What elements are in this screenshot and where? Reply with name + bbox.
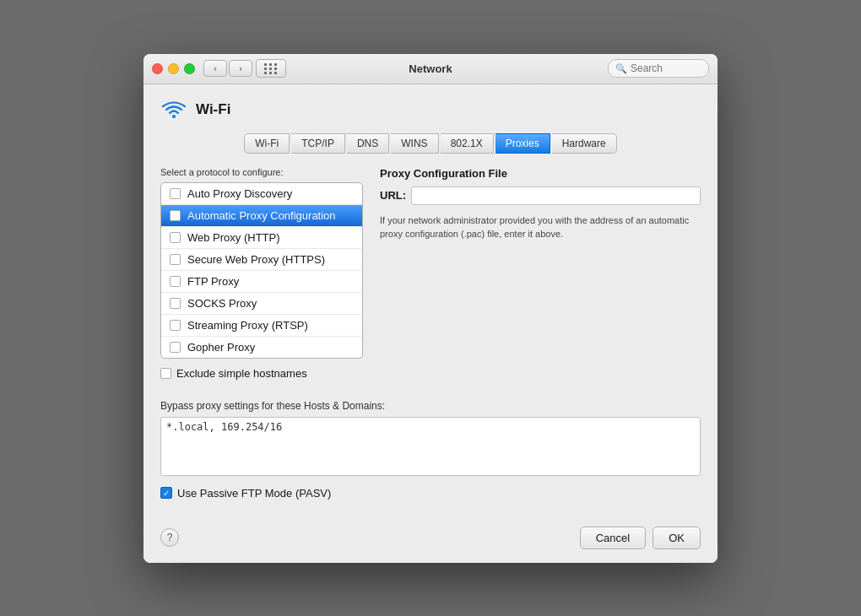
nav-buttons: ‹ › [203,60,252,77]
protocol-label: Select a protocol to configure: [160,167,363,177]
window-title: Network [409,62,452,75]
close-button[interactable] [152,63,163,74]
protocol-item-label: SOCKS Proxy [187,297,257,310]
wifi-icon [160,98,187,122]
checkbox-auto-proxy-config[interactable] [170,210,181,221]
checkbox-exclude-hostnames[interactable] [160,368,171,379]
main-panel: Select a protocol to configure: Auto Pro… [160,167,701,388]
protocol-item-label: Secure Web Proxy (HTTPS) [187,253,325,266]
tab-wifi[interactable]: Wi-Fi [244,133,290,154]
list-item[interactable]: Web Proxy (HTTP) [161,227,362,249]
network-window: ‹ › Network 🔍 [144,54,718,563]
passive-label: Use Passive FTP Mode (PASV) [177,487,331,500]
search-icon: 🔍 [615,63,627,74]
help-button[interactable]: ? [160,528,179,547]
bypass-label: Bypass proxy settings for these Hosts & … [160,400,701,412]
list-item[interactable]: Secure Web Proxy (HTTPS) [161,249,362,271]
checkbox-passive-ftp[interactable] [160,487,172,499]
zoom-button[interactable] [184,63,195,74]
search-input[interactable] [631,62,698,74]
list-item[interactable]: Automatic Proxy Configuration [161,205,362,227]
list-item[interactable]: Gopher Proxy [161,337,362,358]
url-input[interactable] [411,186,701,205]
exclude-row: Exclude simple hostnames [160,367,363,380]
bottom-section: Bypass proxy settings for these Hosts & … [160,400,701,500]
content-area: Wi-Fi Wi-Fi TCP/IP DNS WINS 802.1X Proxi… [144,84,718,516]
cancel-button[interactable]: Cancel [580,527,646,549]
url-label: URL: [380,189,406,202]
left-panel: Select a protocol to configure: Auto Pro… [160,167,363,388]
search-box[interactable]: 🔍 [608,59,709,78]
checkbox-socks-proxy[interactable] [170,298,181,309]
footer-buttons: Cancel OK [580,527,701,549]
minimize-button[interactable] [168,63,179,74]
proxy-config-title: Proxy Configuration File [380,167,701,180]
tab-dns[interactable]: DNS [347,133,389,154]
checkbox-ftp-proxy[interactable] [170,276,181,287]
list-item[interactable]: SOCKS Proxy [161,293,362,315]
wifi-header: Wi-Fi [160,98,701,122]
checkbox-web-proxy-http[interactable] [170,232,181,243]
protocol-item-label: Web Proxy (HTTP) [187,231,280,244]
grid-button[interactable] [256,59,286,78]
forward-button[interactable]: › [229,60,252,77]
checkbox-streaming-proxy[interactable] [170,320,181,331]
protocol-item-label: Streaming Proxy (RTSP) [187,319,308,332]
tab-wins[interactable]: WINS [391,133,438,154]
protocol-item-label: Automatic Proxy Configuration [187,209,336,222]
tab-tcpip[interactable]: TCP/IP [291,133,345,154]
passive-row: Use Passive FTP Mode (PASV) [160,487,701,500]
footer: ? Cancel OK [144,516,718,563]
list-item[interactable]: Auto Proxy Discovery [161,183,362,205]
protocol-item-label: Gopher Proxy [187,341,255,354]
protocol-item-label: Auto Proxy Discovery [187,187,292,200]
svg-point-0 [172,115,176,118]
tab-8021x[interactable]: 802.1X [441,133,494,154]
proxy-description: If your network administrator provided y… [380,213,701,241]
exclude-label: Exclude simple hostnames [176,367,307,380]
tabs-bar: Wi-Fi TCP/IP DNS WINS 802.1X Proxies Har… [160,133,701,154]
bypass-textarea[interactable]: *.local, 169.254/16 [160,417,701,476]
ok-button[interactable]: OK [653,527,701,549]
traffic-lights [152,63,195,74]
protocol-item-label: FTP Proxy [187,275,239,288]
checkbox-gopher-proxy[interactable] [170,342,181,353]
url-row: URL: [380,186,701,205]
checkbox-secure-web-proxy[interactable] [170,254,181,265]
list-item[interactable]: FTP Proxy [161,271,362,293]
grid-icon [264,63,278,74]
back-button[interactable]: ‹ [203,60,227,77]
right-panel: Proxy Configuration File URL: If your ne… [380,167,701,388]
wifi-name: Wi-Fi [196,101,230,118]
checkbox-auto-proxy-discovery[interactable] [170,188,181,199]
tab-hardware[interactable]: Hardware [552,133,617,154]
protocol-list: Auto Proxy Discovery Automatic Proxy Con… [160,182,363,359]
tab-proxies[interactable]: Proxies [495,133,550,154]
titlebar: ‹ › Network 🔍 [144,54,718,84]
list-item[interactable]: Streaming Proxy (RTSP) [161,315,362,337]
